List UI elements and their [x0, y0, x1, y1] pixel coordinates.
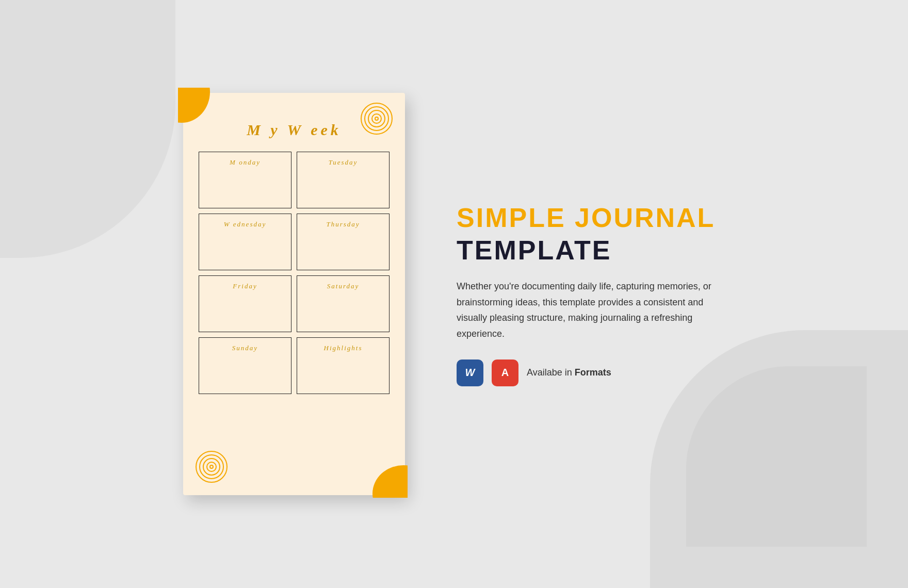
- day-cell-friday: Friday: [199, 275, 291, 332]
- corner-blob-br: [366, 456, 408, 498]
- day-cell-monday: M onday: [199, 152, 291, 208]
- day-label-wednesday: W ednesday: [224, 220, 266, 228]
- day-label-sunday: Sunday: [232, 344, 258, 352]
- description-text: Whether you're documenting daily life, c…: [457, 279, 725, 341]
- title-line1: SIMPLE JOURNAL: [457, 202, 725, 234]
- svg-point-9: [210, 465, 213, 468]
- formats-row: W A Availabe in Formats: [457, 360, 725, 386]
- svg-point-3: [372, 114, 381, 123]
- journal-card: M y W eek M onday Tuesday W ednesday Thu…: [183, 93, 405, 495]
- formats-text: Availabe in Formats: [527, 367, 611, 378]
- svg-point-5: [196, 451, 227, 482]
- day-cell-wednesday: W ednesday: [199, 214, 291, 270]
- svg-point-2: [368, 110, 385, 127]
- svg-point-8: [207, 462, 216, 471]
- svg-point-4: [375, 117, 378, 120]
- day-cell-tuesday: Tuesday: [297, 152, 390, 208]
- pdf-icon: A: [492, 360, 518, 386]
- main-container: M y W eek M onday Tuesday W ednesday Thu…: [183, 93, 725, 495]
- day-label-tuesday: Tuesday: [329, 158, 358, 167]
- right-content: SIMPLE JOURNAL TEMPLATE Whether you're d…: [457, 202, 725, 386]
- template-title: SIMPLE JOURNAL TEMPLATE: [457, 202, 725, 266]
- corner-blob-tl: [178, 88, 214, 129]
- day-label-highlights: Highlights: [324, 344, 363, 352]
- day-cell-saturday: Saturday: [297, 275, 390, 332]
- bg-swirl-left: [0, 0, 175, 258]
- title-line2: TEMPLATE: [457, 234, 725, 266]
- day-label-saturday: Saturday: [327, 282, 359, 290]
- day-cell-sunday: Sunday: [199, 337, 291, 394]
- day-label-thursday: Thursday: [326, 220, 360, 228]
- circles-bottom-left: [193, 449, 230, 485]
- day-cell-highlights: Highlights: [297, 337, 390, 394]
- day-label-monday: M onday: [230, 158, 261, 167]
- svg-point-0: [361, 103, 392, 134]
- word-icon: W: [457, 360, 483, 386]
- days-grid: M onday Tuesday W ednesday Thursday Frid…: [199, 152, 390, 394]
- day-cell-thursday: Thursday: [297, 214, 390, 270]
- circles-top-right: [359, 101, 395, 137]
- svg-point-7: [203, 459, 220, 475]
- day-label-friday: Friday: [233, 282, 257, 290]
- journal-title: M y W eek: [247, 121, 342, 139]
